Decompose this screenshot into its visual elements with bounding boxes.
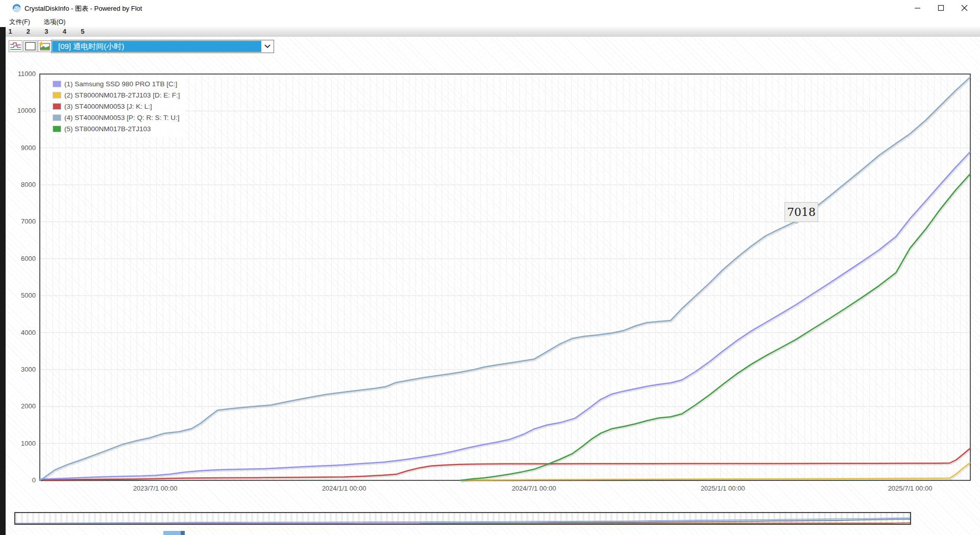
disk-5-button[interactable]: 5 [77, 27, 88, 37]
y-axis-tick-label: 1000 [4, 440, 36, 447]
y-axis-tick-label: 11000 [4, 70, 36, 78]
background-left-strip [0, 27, 6, 535]
menu-bar: 文件(F) 选项(O) [0, 16, 980, 27]
legend-item: (4) ST4000NM0053 [P: Q: R: S: T: U:] [53, 112, 180, 123]
disk-3-button[interactable]: 3 [41, 27, 52, 37]
y-axis-tick-label: 0 [4, 476, 36, 484]
y-axis-tick-label: 10000 [4, 107, 36, 114]
window-controls [905, 0, 976, 16]
x-axis-tick-label: 2023/7/1 00:00 [119, 484, 191, 492]
legend-swatch-1 [53, 81, 61, 87]
close-button[interactable] [952, 0, 976, 16]
navigator-mini-chart [15, 513, 910, 524]
blank-page-icon [24, 41, 37, 52]
attribute-select[interactable]: [09] 通电时间(小时) [51, 40, 274, 53]
navigator-scroll-thumb[interactable] [163, 531, 185, 535]
app-window: CrystalDiskInfo - 图表 - Powered by Flot 文… [0, 0, 980, 535]
y-axis-tick-label: 6000 [4, 255, 36, 262]
legend-item: (5) ST8000NM017B-2TJ103 [53, 123, 180, 134]
legend-swatch-4 [53, 114, 61, 121]
export-image-tool-button[interactable] [38, 40, 52, 52]
export-image-icon [38, 41, 51, 52]
line-chart-tool-button[interactable] [9, 40, 22, 52]
x-axis-tick-label: 2025/1/1 00:00 [687, 484, 758, 492]
legend-item: (2) ST8000NM017B-2TJ103 [D: E: F:] [53, 89, 180, 101]
y-axis-tick-label: 8000 [4, 181, 36, 188]
hover-tooltip: 7018 [785, 202, 818, 222]
title-bar: CrystalDiskInfo - 图表 - Powered by Flot [0, 0, 980, 16]
x-axis-tick-label: 2024/1/1 00:00 [308, 484, 380, 492]
x-axis-tick-label: 2025/7/1 00:00 [874, 484, 946, 492]
disk-number-bar: 1 2 3 4 5 [0, 27, 980, 37]
chevron-down-icon[interactable] [261, 41, 273, 52]
menu-file[interactable]: 文件(F) [7, 17, 32, 27]
legend-swatch-2 [53, 92, 61, 99]
y-axis-tick-label: 3000 [4, 366, 36, 373]
menu-options[interactable]: 选项(O) [41, 17, 67, 27]
attribute-select-value: [09] 通电时间(小时) [52, 41, 261, 52]
maximize-button[interactable] [929, 0, 952, 16]
legend-item: (3) ST4000NM0053 [J: K: L:] [53, 101, 180, 112]
y-axis-tick-label: 4000 [4, 329, 36, 336]
y-axis-tick-label: 2000 [4, 402, 36, 410]
window-title: CrystalDiskInfo - 图表 - Powered by Flot [24, 4, 142, 13]
x-axis-tick-label: 2024/7/1 00:00 [498, 484, 570, 492]
legend-swatch-3 [53, 103, 61, 110]
blank-page-tool-button[interactable] [23, 40, 37, 52]
y-axis-tick-label: 7000 [4, 217, 36, 225]
y-axis-tick-label: 9000 [4, 144, 36, 152]
disk-4-button[interactable]: 4 [59, 27, 70, 37]
legend-item: (1) Samsung SSD 980 PRO 1TB [C:] [53, 78, 180, 89]
crystaldiskinfo-app-icon [12, 4, 21, 12]
disk-2-button[interactable]: 2 [22, 27, 34, 37]
disk-1-button[interactable]: 1 [5, 27, 16, 37]
chart-legend: (1) Samsung SSD 980 PRO 1TB [C:] (2) ST8… [51, 77, 185, 137]
line-chart-icon [9, 41, 22, 52]
legend-swatch-5 [53, 126, 61, 132]
minimize-button[interactable] [905, 0, 929, 16]
y-axis-tick-label: 5000 [4, 291, 36, 299]
overview-navigator[interactable] [14, 512, 911, 525]
